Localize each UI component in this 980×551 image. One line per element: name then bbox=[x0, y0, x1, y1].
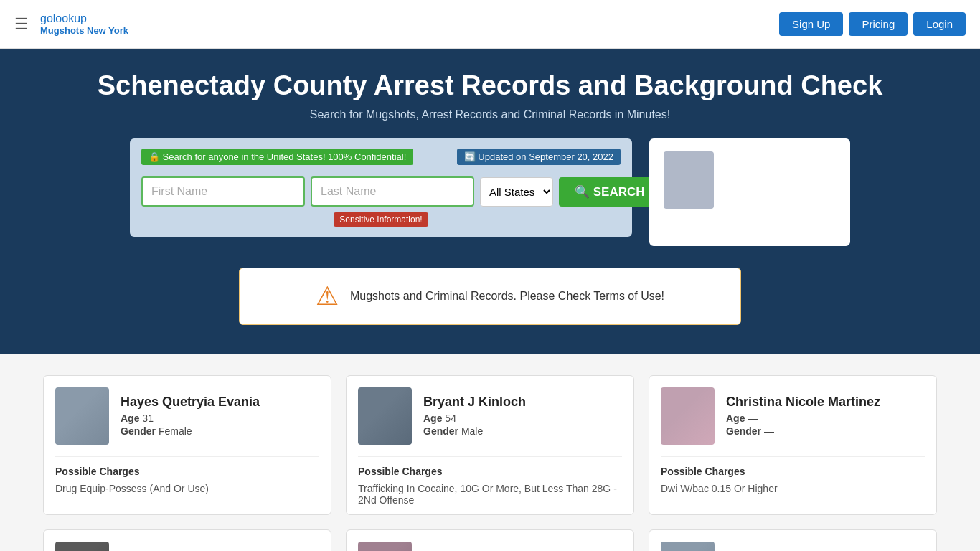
card-info: Bryant J Kinloch Age 54 Gender Male bbox=[423, 395, 526, 438]
charges-text: Drug Equip-Possess (And Or Use) bbox=[55, 483, 209, 494]
card-name: Hayes Quetryia Evania bbox=[121, 395, 260, 410]
card-gender: Gender Female bbox=[121, 425, 260, 437]
person-card[interactable]: Bryant J Kinloch Age 54 Gender Male Poss… bbox=[346, 375, 634, 515]
card-gender: Gender Male bbox=[423, 425, 526, 437]
search-inputs: All States AlabamaAlaskaArizona Arkansas… bbox=[141, 176, 621, 207]
last-name-input[interactable] bbox=[311, 176, 474, 207]
card-name: Bryant J Kinloch bbox=[423, 395, 526, 410]
preview-avatar bbox=[664, 151, 714, 209]
card-avatar bbox=[661, 387, 715, 445]
cards-section: Hayes Quetryia Evania Age 31 Gender Fema… bbox=[0, 354, 980, 551]
card-age: Age — bbox=[726, 413, 880, 424]
warning-text: Mugshots and Criminal Records. Please Ch… bbox=[350, 290, 664, 303]
preview-age: Age — bbox=[725, 192, 824, 213]
pricing-button[interactable]: Pricing bbox=[849, 12, 908, 36]
charges-label: Possible Charges bbox=[55, 466, 319, 477]
cards-grid: Hayes Quetryia Evania Age 31 Gender Fema… bbox=[43, 375, 937, 551]
header: ☰ golookup Mugshots New York Sign Up Pri… bbox=[0, 0, 980, 49]
sensitive-badge: Sensitive Information! bbox=[334, 212, 428, 227]
card-info: Christina Nicole Martinez Age — Gender — bbox=[726, 395, 880, 438]
logo-text: golookup bbox=[40, 12, 128, 25]
header-right: Sign Up Pricing Login bbox=[779, 12, 966, 36]
preview-first-name: First Name Fabela bbox=[725, 151, 824, 172]
card-charges: Possible Charges Trafficking In Cocaine,… bbox=[347, 457, 633, 514]
card-top: Hayes Quetryia Evania Age 31 Gender Fema… bbox=[44, 376, 331, 456]
card-top: Christina Nicole Martinez Age — Gender — bbox=[649, 376, 936, 456]
card-gender: Gender — bbox=[726, 425, 880, 437]
charges-text: Dwi W/bac 0.15 Or Higher bbox=[661, 483, 778, 494]
login-button[interactable]: Login bbox=[913, 12, 966, 36]
person-card[interactable]: Johnnie J Czirr Age — Possible Charges bbox=[43, 529, 331, 551]
page-title: Schenectady County Arrest Records and Ba… bbox=[14, 70, 966, 101]
charges-label: Possible Charges bbox=[358, 466, 622, 477]
card-avatar bbox=[358, 387, 412, 445]
warning-icon: ⚠ bbox=[316, 281, 339, 311]
card-avatar bbox=[55, 387, 109, 445]
updated-notice: 🔄 Updated on September 20, 2022 bbox=[457, 149, 621, 165]
person-card[interactable]: Christina Nicole Martinez Age — Gender —… bbox=[649, 375, 937, 515]
card-charges: Possible Charges Dwi W/bac 0.15 Or Highe… bbox=[649, 457, 936, 503]
person-preview-card: First Name Fabela Last Name Esteban Age … bbox=[649, 138, 850, 246]
card-top: Donna G Featherston Age — bbox=[649, 530, 936, 551]
logo: golookup Mugshots New York bbox=[40, 12, 128, 36]
card-avatar bbox=[55, 542, 109, 551]
preview-last-name: Last Name Esteban bbox=[725, 172, 824, 193]
person-card[interactable]: Donna G Featherston Age — Possible Charg… bbox=[649, 529, 937, 551]
search-box: 🔒 Search for anyone in the United States… bbox=[130, 138, 632, 237]
preview-gender: Gender Male bbox=[725, 213, 824, 234]
warning-banner: ⚠ Mugshots and Criminal Records. Please … bbox=[239, 268, 741, 325]
hero-section: Schenectady County Arrest Records and Ba… bbox=[0, 49, 980, 354]
card-avatar bbox=[358, 542, 412, 551]
card-top: Walter A Faceniii Age — bbox=[347, 530, 633, 551]
confidential-notice: 🔒 Search for anyone in the United States… bbox=[141, 149, 413, 165]
card-top: Johnnie J Czirr Age — bbox=[44, 530, 331, 551]
person-card[interactable]: Walter A Faceniii Age — Possible Charges bbox=[346, 529, 634, 551]
charges-text: Trafficking In Cocaine, 10G Or More, But… bbox=[358, 483, 617, 506]
menu-icon[interactable]: ☰ bbox=[14, 15, 29, 34]
person-card[interactable]: Hayes Quetryia Evania Age 31 Gender Fema… bbox=[43, 375, 331, 515]
logo-lookup: lookup bbox=[53, 12, 87, 24]
card-age: Age 54 bbox=[423, 413, 526, 424]
card-info: Hayes Quetryia Evania Age 31 Gender Fema… bbox=[121, 395, 260, 438]
first-name-input[interactable] bbox=[141, 176, 305, 207]
card-charges: Possible Charges Drug Equip-Possess (And… bbox=[44, 457, 331, 503]
preview-info: First Name Fabela Last Name Esteban Age … bbox=[725, 151, 824, 233]
search-container: 🔒 Search for anyone in the United States… bbox=[14, 138, 966, 246]
signup-button[interactable]: Sign Up bbox=[779, 12, 843, 36]
header-left: ☰ golookup Mugshots New York bbox=[14, 12, 128, 36]
card-top: Bryant J Kinloch Age 54 Gender Male bbox=[347, 376, 633, 456]
state-select[interactable]: All States AlabamaAlaskaArizona Arkansas… bbox=[480, 177, 553, 207]
search-notices: 🔒 Search for anyone in the United States… bbox=[141, 149, 621, 169]
card-name: Christina Nicole Martinez bbox=[726, 395, 880, 410]
hero-subtitle: Search for Mugshots, Arrest Records and … bbox=[14, 108, 966, 121]
card-avatar bbox=[661, 542, 715, 551]
card-age: Age 31 bbox=[121, 413, 260, 424]
search-button[interactable]: 🔍 SEARCH bbox=[559, 177, 661, 207]
charges-label: Possible Charges bbox=[661, 466, 925, 477]
logo-go: go bbox=[40, 12, 53, 24]
logo-sub: Mugshots New York bbox=[40, 25, 128, 36]
